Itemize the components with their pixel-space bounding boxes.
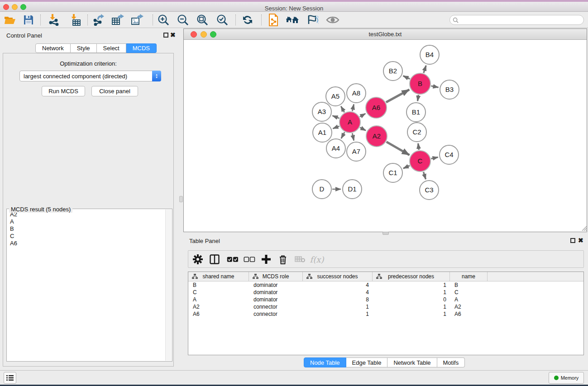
table-cell[interactable]: 1 — [373, 289, 450, 295]
tab-network-table[interactable]: Network Table — [387, 357, 437, 367]
edge-B-B1[interactable] — [418, 95, 419, 101]
table-cell[interactable]: dominator — [249, 282, 303, 288]
zoom-in-button[interactable] — [156, 13, 171, 27]
edge-A-A4[interactable] — [341, 132, 344, 138]
table-cell[interactable]: connector — [249, 311, 303, 317]
edge-A-A3[interactable] — [332, 116, 339, 119]
table-cell[interactable]: A6 — [188, 311, 249, 317]
edge-B-B2[interactable] — [403, 76, 410, 79]
edge-C-C2[interactable] — [418, 143, 419, 150]
memory-status-button[interactable]: Memory — [549, 372, 584, 384]
table-cell[interactable]: C — [188, 289, 249, 295]
search-field[interactable] — [449, 15, 584, 25]
network-resize-grip[interactable] — [581, 225, 587, 231]
table-cell[interactable]: A — [188, 296, 249, 303]
column-header-name[interactable]: name — [450, 272, 488, 281]
table-row[interactable]: Cdominator41C — [188, 289, 583, 296]
table-cell[interactable]: connector — [249, 304, 303, 310]
tab-mcds[interactable]: MCDS — [126, 43, 157, 53]
table-cell[interactable]: 1 — [373, 304, 450, 310]
tab-edge-table[interactable]: Edge Table — [346, 357, 388, 367]
column-header-predecessor-nodes[interactable]: predecessor nodes — [373, 272, 450, 281]
home-networks-button[interactable] — [285, 13, 301, 27]
open-session-button[interactable] — [2, 13, 18, 27]
tab-style[interactable]: Style — [71, 43, 97, 53]
deselect-all-button[interactable] — [242, 253, 257, 266]
network-graph-canvas[interactable]: B4B2BB3A5A8A6B1A3AC2A1A2A4A7C4CC1C3DD1 — [184, 40, 587, 232]
table-row[interactable]: Adominator80A — [188, 296, 583, 303]
edge-A-A6[interactable] — [360, 114, 365, 117]
edge-A6-B[interactable] — [386, 90, 409, 102]
select-all-button[interactable] — [225, 253, 240, 266]
table-panel-close-button[interactable]: ✖ — [578, 238, 583, 243]
table-cell[interactable]: dominator — [249, 289, 303, 295]
mcds-result-scrollbar[interactable] — [165, 210, 172, 361]
table-cell[interactable]: 1 — [373, 282, 450, 288]
save-session-button[interactable] — [21, 13, 36, 27]
run-mcds-button[interactable]: Run MCDS — [42, 86, 85, 96]
export-network-button[interactable] — [91, 13, 106, 27]
table-cell[interactable]: B — [188, 282, 249, 288]
edge-B-B3[interactable] — [431, 86, 439, 87]
table-settings-button[interactable] — [191, 253, 205, 266]
import-network-button[interactable] — [47, 13, 62, 27]
table-cell[interactable]: 1 — [373, 311, 450, 317]
edge-A-A2[interactable] — [360, 128, 366, 131]
table-panel-float-button[interactable] — [570, 238, 575, 243]
table-row[interactable]: A2connector11A2 — [188, 303, 583, 310]
column-header-shared-name[interactable]: shared name — [188, 272, 249, 281]
optimization-criterion-dropdown[interactable]: largest connected component (directed) ▲… — [19, 71, 161, 81]
edge-C-C1[interactable] — [403, 166, 410, 168]
table-cell[interactable]: 1 — [303, 311, 373, 317]
tab-motifs[interactable]: Motifs — [437, 357, 465, 367]
refresh-button[interactable] — [240, 13, 255, 27]
mcds-result-item[interactable]: A6 — [7, 240, 165, 247]
table-cell[interactable]: A6 — [450, 311, 488, 317]
table-cell[interactable]: 4 — [303, 282, 373, 288]
export-image-button[interactable] — [129, 13, 145, 27]
node-table[interactable]: shared nameMCDS rolesuccessor nodesprede… — [188, 272, 584, 355]
network-document-button[interactable] — [266, 13, 281, 27]
import-table-button[interactable] — [68, 13, 83, 27]
table-cell[interactable]: dominator — [249, 296, 303, 303]
table-cell[interactable]: C — [450, 289, 488, 295]
edge-C-C4[interactable] — [431, 157, 438, 158]
control-panel-close-button[interactable]: ✖ — [170, 33, 176, 38]
edge-A2-C[interactable] — [387, 142, 410, 155]
zoom-selected-button[interactable] — [215, 13, 230, 27]
add-column-button[interactable] — [259, 253, 273, 266]
table-cell[interactable]: A2 — [450, 304, 488, 310]
tab-network[interactable]: Network — [35, 43, 71, 53]
table-row[interactable]: A6connector11A6 — [188, 310, 583, 318]
edge-A-A5[interactable] — [341, 106, 344, 112]
mcds-result-item[interactable]: C — [7, 233, 165, 240]
show-eye-button[interactable] — [325, 13, 340, 27]
table-cell[interactable]: 1 — [303, 304, 373, 310]
edge-B-B4[interactable] — [424, 66, 426, 73]
show-columns-button[interactable] — [207, 253, 222, 266]
close-panel-button[interactable]: Close panel — [91, 86, 138, 96]
tab-node-table[interactable]: Node Table — [304, 357, 346, 367]
task-history-button[interactable] — [4, 372, 16, 384]
table-cell[interactable]: A2 — [188, 304, 249, 310]
table-cell[interactable]: A — [450, 296, 488, 303]
table-cell[interactable]: 4 — [303, 289, 373, 295]
table-row[interactable]: Bdominator41B — [188, 281, 583, 289]
table-cell[interactable]: 8 — [303, 296, 373, 303]
table-cell[interactable]: 0 — [373, 296, 450, 303]
search-input[interactable] — [460, 17, 583, 23]
mcds-result-item[interactable]: A — [7, 218, 165, 225]
network-vertical-scrollbar-thumb[interactable] — [179, 196, 183, 202]
network-horizontal-scrollbar-thumb[interactable] — [382, 232, 389, 235]
delete-column-button[interactable] — [276, 253, 290, 266]
edge-A-A1[interactable] — [333, 126, 339, 129]
edge-C-C3[interactable] — [423, 172, 425, 179]
edge-A-A8[interactable] — [352, 104, 354, 111]
table-cell[interactable]: B — [450, 282, 488, 288]
zoom-out-button[interactable] — [175, 13, 191, 27]
edge-A-A7[interactable] — [352, 133, 354, 140]
column-header-MCDS-role[interactable]: MCDS role — [249, 272, 303, 281]
zoom-fit-button[interactable] — [195, 13, 210, 27]
tab-select[interactable]: Select — [97, 43, 126, 53]
control-panel-float-button[interactable] — [163, 33, 168, 38]
